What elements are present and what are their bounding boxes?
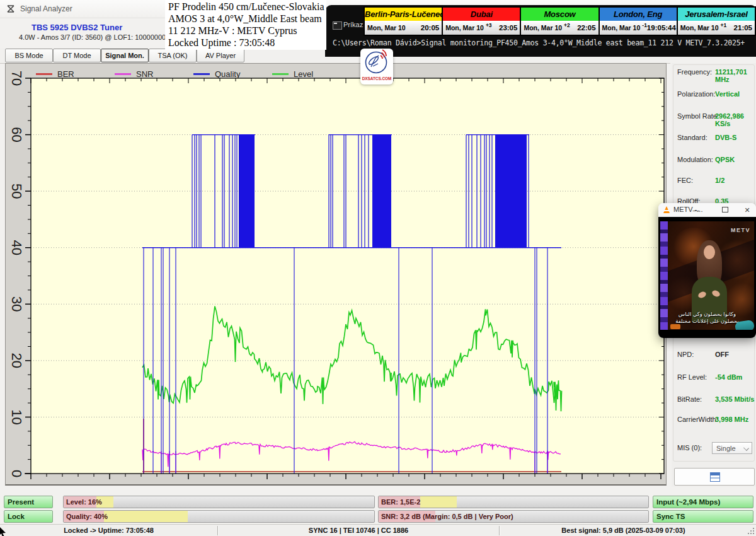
video-window-titlebar: METV -... — ✕ — [658, 203, 756, 217]
presenter-face — [704, 245, 715, 259]
quality-progressbar: Quality: 40% — [63, 510, 375, 523]
tab-bs-mode[interactable]: BS Mode — [5, 49, 53, 62]
signal-history-chart: 010203040506070 — [6, 64, 666, 484]
status-uptime: Locked -> Uptime: 73:05:48 — [0, 525, 217, 536]
level-progressbar: Level: 16% — [63, 496, 375, 508]
tab-tsa-ok-[interactable]: TSA (OK) — [149, 49, 197, 62]
mis-row: MIS (0): Single — [672, 444, 756, 454]
svg-text:70: 70 — [9, 71, 25, 86]
clock-moscow: MoscowMon, Mar 10+222:05 — [521, 8, 599, 35]
param-npd-: NPD:OFF — [672, 351, 756, 361]
console-icon — [333, 21, 342, 30]
caption-line: Locked Uptime : 73:05:48 — [168, 37, 326, 49]
console-prompt-text: C:\Users\Roman Dávid>Signal monitoring_P… — [333, 38, 745, 47]
mis-label: MIS (0): — [677, 444, 702, 452]
screen: { "app": { "title": "Signal Analyzer", "… — [0, 0, 756, 536]
mouse-cursor — [0, 527, 8, 536]
metv-video-window[interactable]: METV -... — ✕ METV وكانوا يحصلون وكي الن… — [658, 203, 756, 338]
studio-logo-mark — [670, 324, 680, 329]
maximize-button[interactable] — [720, 205, 730, 215]
caption-line: 11 212 MHz-V : METV Cyprus — [168, 25, 326, 37]
list-icon — [710, 472, 720, 482]
lock-indicator: Lock — [4, 510, 53, 523]
tab-dt-mode[interactable]: DT Mode — [53, 49, 101, 62]
svg-text:50: 50 — [9, 184, 25, 199]
ber-label: BER: 1,5E-2 — [381, 496, 420, 508]
minimize-button[interactable]: — — [691, 205, 701, 215]
signal-analyzer-icon — [6, 4, 15, 16]
mis-value: Single — [716, 445, 736, 452]
param-standard-: Standard:DVB-S — [672, 134, 756, 144]
status-bar: Locked -> Uptime: 73:05:48 SYNC 16 | TEI… — [0, 524, 756, 536]
sync-ts-badge: Sync TS — [653, 510, 753, 523]
clock-london-eng: London, EngMon, Mar 10-119:05:44 — [600, 8, 678, 35]
clock-berlin-paris-lu-enec: Berlin-Paris-LučenecMon, Mar 1020:05 — [365, 8, 443, 35]
mis-dropdown[interactable]: Single — [712, 442, 752, 454]
video-frame[interactable]: METV وكانوا يحصلون وكي الناس يحصلون على … — [658, 217, 756, 338]
svg-text:DXSATCS.COM: DXSATCS.COM — [362, 76, 392, 81]
transport-list-button[interactable] — [674, 468, 755, 486]
caption-line: AMOS 3 at 4,0°W_Middle East beam — [168, 13, 326, 25]
svg-text:0: 0 — [9, 470, 25, 477]
ber-progressbar: BER: 1,5E-2 — [378, 496, 649, 508]
chevron-down-icon — [743, 445, 749, 451]
caption-line: PF Prodelin 450 cm/Lučenec-Slovakia — [168, 1, 326, 13]
param-symbol-rate-: Symbol Rate:2962,986 KS/s — [672, 112, 756, 122]
svg-text:10: 10 — [9, 409, 25, 424]
present-indicator: Present — [4, 496, 53, 508]
param-modulation-: Modulation:QPSK — [672, 156, 756, 166]
param-fec-: FEC:1/2 — [672, 177, 756, 187]
param-carrierwidth-: CarrierWidth:3,998 MHz — [672, 416, 756, 426]
status-best-signal: Best signal: 5,9 dB (2025-03-09 07:03) — [500, 525, 747, 536]
world-clock-widget: Berlin-Paris-LučenecMon, Mar 1020:05Duba… — [364, 6, 756, 36]
app-title: Signal Analyzer — [20, 4, 72, 13]
svg-text:60: 60 — [9, 127, 25, 142]
param-polarization-: Polarization:Vertical — [672, 90, 756, 100]
resize-grip[interactable] — [748, 528, 755, 536]
clock-jerusalem-israel: Jerusalem-IsraelMon, Mar 10+121:05 — [678, 8, 755, 35]
snr-label: SNR: 3,2 dB (Margin: 0,5 dB | Very Poor) — [381, 511, 513, 522]
snr-progressbar: SNR: 3,2 dB (Margin: 0,5 dB | Very Poor) — [378, 510, 649, 523]
vlc-cone-icon — [663, 206, 670, 213]
svg-text:40: 40 — [9, 240, 25, 255]
metv-watermark: METV — [731, 227, 750, 233]
svg-text:30: 30 — [9, 296, 25, 312]
input-bitrate-badge: Input (~2,94 Mbps) — [653, 496, 753, 508]
param-rf-level-: RF Level:-54 dBm — [672, 373, 756, 383]
dxsatcs-logo: DXSATCS.COM — [360, 49, 393, 84]
level-label: Level: 16% — [66, 496, 102, 508]
status-sync: SYNC 16 | TEI 10746 | CC 1886 — [218, 525, 499, 536]
close-button[interactable]: ✕ — [742, 205, 752, 215]
svg-text:20: 20 — [9, 353, 25, 368]
signal-chart-panel: BERSNRQualityLevel 010203040506070 — [5, 63, 667, 486]
param-bitrate-: BitRate:3,535 Mbit/s — [672, 395, 756, 405]
tuner-name: TBS 5925 DVBS2 Tuner — [32, 23, 122, 32]
video-scene: METV وكانوا يحصلون وكي الناس يحصلون على … — [660, 221, 754, 330]
quality-label: Quality: 40% — [66, 511, 108, 522]
caption-overlay: PF Prodelin 450 cm/Lučenec-Slovakia AMOS… — [165, 0, 326, 50]
tab-av-player[interactable]: AV Player — [197, 49, 244, 62]
clock-dubai: DubaiMon, Mar 10+323:05 — [443, 8, 521, 35]
tab-signal-mon-[interactable]: Signal Mon. — [101, 49, 149, 62]
param-frequency-: Frequency:11211,701 MHz — [672, 68, 756, 78]
